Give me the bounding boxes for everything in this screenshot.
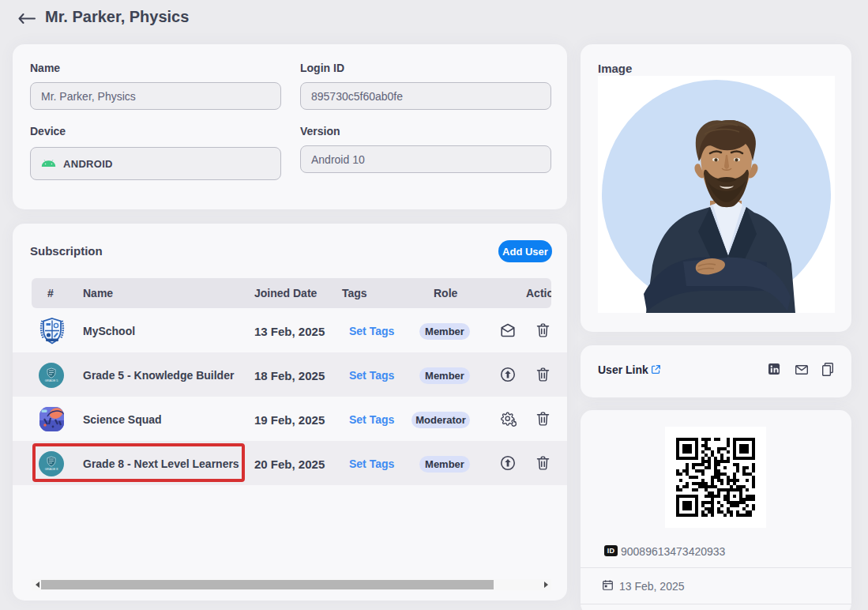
- svg-text:GRADE 5: GRADE 5: [45, 379, 58, 382]
